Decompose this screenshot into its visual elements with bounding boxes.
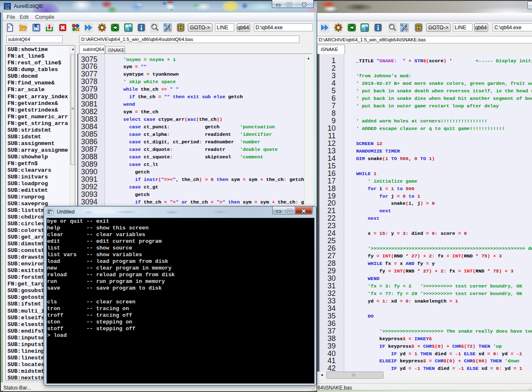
svg-text:64: 64	[5, 6, 9, 10]
